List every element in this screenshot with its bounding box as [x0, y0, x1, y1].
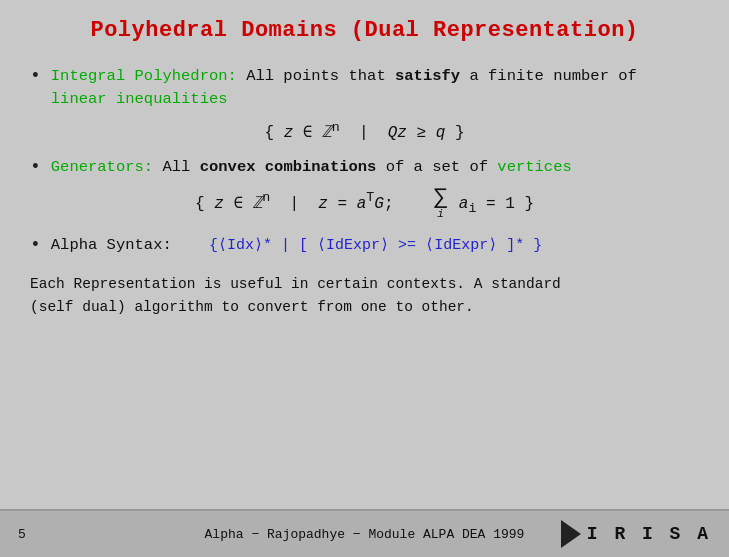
footer-bar: 5 Alpha − Rajopadhye − Module ALPA DEA 1…: [0, 509, 729, 557]
formula-1-text: { z ∈ ℤn | Qz ≥ q }: [264, 120, 464, 142]
footer-line-1: Each Representation is useful in certain…: [30, 273, 699, 296]
link-vertices: vertices: [497, 158, 571, 176]
page-number: 5: [18, 527, 26, 542]
irisa-logo-text: I R I S A: [587, 524, 711, 544]
footer-logo: I R I S A: [561, 520, 711, 548]
bullet-generators: • Generators: All convex combinations of…: [30, 156, 699, 220]
arrow-icon: [561, 520, 581, 548]
alpha-syntax-label: Alpha Syntax: {⟨Idx⟩* | [ ⟨IdExpr⟩ >= ⟨I…: [51, 235, 542, 254]
bullet-integral-polyhedron: • Integral Polyhedron: All points that s…: [30, 65, 699, 142]
formula-1: { z ∈ ℤn | Qz ≥ q }: [30, 120, 699, 142]
formula-2-text: { z ∈ ℤn | z = aTG; ∑ i ai = 1 }: [195, 187, 534, 220]
bullet-text-before-1: All points that: [246, 67, 395, 85]
sum-symbol: ∑ i: [434, 187, 447, 220]
bullet-dot-3: •: [30, 235, 41, 255]
bullet-row-2: • Generators: All convex combinations of…: [30, 156, 699, 179]
bullet-text-1: Integral Polyhedron: All points that sat…: [51, 65, 699, 112]
formula-2: { z ∈ ℤn | z = aTG; ∑ i ai = 1 }: [30, 187, 699, 220]
link-linear-inequalities: linear inequalities: [51, 90, 228, 108]
bullet-text-after-2: of a set of vertices: [386, 158, 572, 176]
bullet-row-3: • Alpha Syntax: {⟨Idx⟩* | [ ⟨IdExpr⟩ >= …: [30, 234, 699, 255]
bold-convex-combinations: convex combinations: [200, 158, 377, 176]
alpha-syntax-formula: {⟨Idx⟩* | [ ⟨IdExpr⟩ >= ⟨IdExpr⟩ ]* }: [209, 237, 542, 254]
bullet-dot-2: •: [30, 157, 41, 177]
bullet-alpha-syntax: • Alpha Syntax: {⟨Idx⟩* | [ ⟨IdExpr⟩ >= …: [30, 234, 699, 255]
term-integral-polyhedron: Integral Polyhedron:: [51, 67, 237, 85]
bullet-text-before-2: All: [162, 158, 199, 176]
term-generators: Generators:: [51, 158, 153, 176]
footer-attribution: Alpha − Rajopadhye − Module ALPA DEA 199…: [205, 527, 525, 542]
footer-description: Each Representation is useful in certain…: [30, 273, 699, 319]
slide-container: Polyhedral Domains (Dual Representation)…: [0, 0, 729, 557]
slide-title: Polyhedral Domains (Dual Representation): [30, 18, 699, 43]
bullet-dot-1: •: [30, 66, 41, 86]
footer-line-2: (self dual) algorithm to convert from on…: [30, 296, 699, 319]
bullet-row-1: • Integral Polyhedron: All points that s…: [30, 65, 699, 112]
bold-satisfy: satisfy: [395, 67, 460, 85]
bullet-text-2: Generators: All convex combinations of a…: [51, 156, 572, 179]
